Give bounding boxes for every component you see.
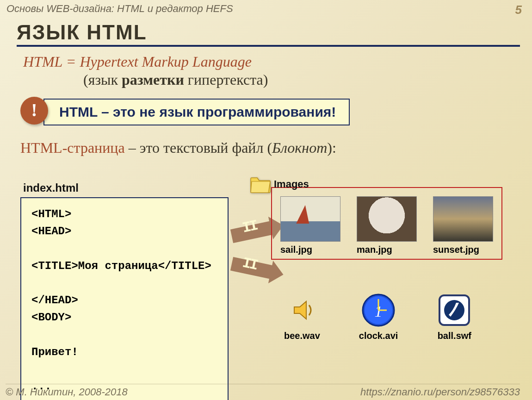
desc-italic: Блокнот [272,139,327,156]
folder-icon-group: Images [250,175,309,194]
file-label-bee: bee.wav [284,331,320,341]
exclamation-badge: ! [20,97,48,125]
file-label-ball: ball.swf [438,331,471,341]
definition-line2: (язык разметки гипертекста) [83,71,532,88]
arrow-marks-1: II [241,217,258,237]
audio-icon [285,293,320,328]
file-ball-swf: ball.swf [437,293,472,341]
desc-mid: – это текстовый файл ( [125,139,272,156]
definition-line1: HTML = Hypertext Markup Language [23,53,532,70]
thumb-label-sunset: sunset.jpg [433,244,479,255]
thumb-label-sail: sail.jpg [280,244,312,255]
def2-bold: разметки [122,71,184,88]
def2-close: гипертекста) [184,71,268,88]
footer-author: © М. Никитин, 2008-2018 [6,386,128,398]
thumb-man: man.jpg [357,196,417,255]
file-clock-avi: 1 clock.avi [359,293,398,341]
folder-label: Images [274,178,309,190]
source-file-name: index.html [23,181,229,194]
source-code-box: <HTML> <HEAD> <TITLE>Моя страница</TITLE… [20,197,229,400]
thumb-image-sunset [433,196,493,242]
def2-open: (язык [83,71,122,88]
file-label-clock: clock.avi [359,331,398,341]
images-folder-panel: Images sail.jpg man.jpg sunset.jpg [271,187,502,260]
folder-icon [250,175,271,194]
page-number: 5 [515,3,522,17]
thumb-image-sail [280,196,340,242]
desc-red: HTML-страница [20,139,125,156]
callout-text: HTML – это не язык программирования! [43,99,350,125]
file-bee-wav: bee.wav [284,293,320,341]
thumb-sail: sail.jpg [280,196,340,255]
desc-close: ): [327,139,336,156]
clock-icon: 1 [361,293,396,328]
section-title: ЯЗЫК HTML [17,21,532,44]
flash-icon [437,293,472,328]
footer-url: https://znanio.ru/person/z98576333 [360,386,520,398]
page-description: HTML-страница – это текстовый файл (Блок… [20,139,532,156]
thumb-label-man: man.jpg [357,244,392,255]
thumb-image-man [357,196,417,242]
thumb-sunset: sunset.jpg [433,196,493,255]
course-title: Основы WEB-дизайна: HTML и редактор HEFS [6,3,233,17]
title-rule [17,45,520,47]
